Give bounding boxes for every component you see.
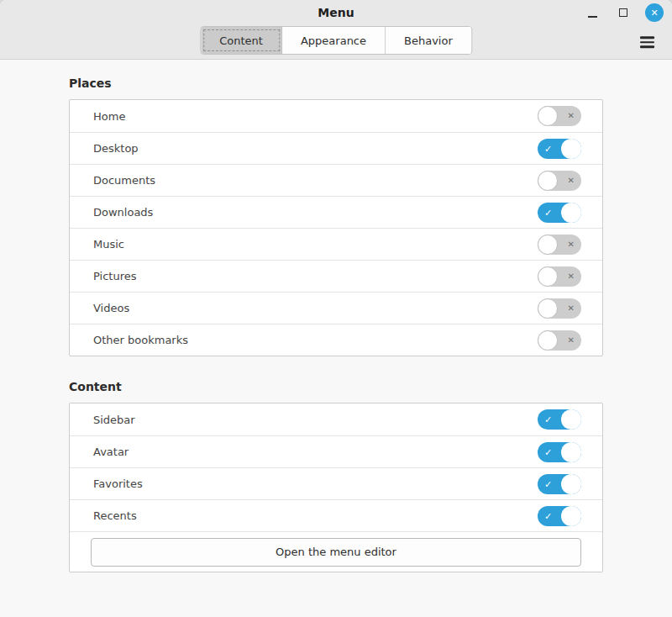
hamburger-icon — [640, 36, 654, 39]
minimize-icon — [588, 16, 597, 18]
section-title-places: Places — [69, 76, 603, 91]
check-icon: ✓ — [544, 208, 552, 217]
list-item-music: Music ✓ ✕ — [70, 228, 602, 260]
main-content: Places Home ✓ ✕ Desktop ✓ ✕ Docume — [0, 76, 672, 572]
toggle-knob — [561, 474, 581, 494]
check-icon: ✓ — [544, 415, 552, 425]
toggle-knob — [538, 106, 558, 126]
toggle-documents[interactable]: ✓ ✕ — [538, 171, 581, 191]
tab-appearance-label: Appearance — [301, 34, 366, 47]
tab-behavior-label: Behavior — [404, 34, 453, 47]
list-item-desktop: Desktop ✓ ✕ — [70, 132, 602, 164]
toggle-sidebar[interactable]: ✓ ✕ — [538, 409, 581, 430]
row-label: Videos — [93, 302, 129, 314]
cross-icon: ✕ — [568, 272, 575, 281]
row-label: Sidebar — [93, 414, 135, 426]
tab-content-label: Content — [219, 34, 263, 47]
row-label: Home — [93, 110, 125, 123]
minimize-button[interactable] — [583, 3, 601, 22]
toggle-knob — [538, 266, 558, 287]
close-button[interactable]: ✕ — [645, 3, 664, 22]
row-label: Music — [93, 238, 124, 250]
toggle-knob — [561, 203, 581, 223]
open-menu-editor-button[interactable]: Open the menu editor — [91, 538, 581, 567]
list-item-documents: Documents ✓ ✕ — [70, 164, 602, 196]
toggle-knob — [561, 442, 581, 462]
list-item-avatar: Avatar ✓ ✕ — [70, 435, 602, 467]
toggle-desktop[interactable]: ✓ ✕ — [538, 139, 581, 159]
cross-icon: ✕ — [568, 336, 575, 345]
section-title-content: Content — [69, 380, 603, 394]
window-controls: ✕ — [583, 0, 664, 25]
cross-icon: ✕ — [568, 177, 575, 185]
cross-icon: ✕ — [568, 240, 575, 249]
row-label: Favorites — [93, 477, 143, 490]
cross-icon: ✕ — [568, 112, 575, 120]
toggle-knob — [538, 171, 558, 191]
tab-row: Content Appearance Behavior — [0, 25, 672, 59]
tab-appearance[interactable]: Appearance — [282, 27, 386, 54]
maximize-button[interactable] — [614, 3, 633, 22]
window-title: Menu — [318, 6, 354, 19]
toggle-avatar[interactable]: ✓ ✕ — [538, 442, 581, 462]
toggle-knob — [538, 298, 558, 319]
maximize-icon — [619, 8, 627, 17]
toggle-favorites[interactable]: ✓ ✕ — [538, 474, 581, 494]
header-bar: Menu ✕ Content Appearance — [0, 0, 672, 60]
list-item-sidebar: Sidebar ✓ ✕ — [70, 403, 602, 435]
toggle-knob — [538, 330, 558, 351]
row-label: Other bookmarks — [93, 334, 188, 346]
check-icon: ✓ — [544, 479, 552, 488]
row-label: Desktop — [93, 142, 139, 155]
row-label: Downloads — [93, 206, 153, 219]
toggle-videos[interactable]: ✓ ✕ — [538, 298, 581, 319]
toggle-recents[interactable]: ✓ ✕ — [538, 506, 581, 526]
check-icon: ✓ — [544, 447, 552, 456]
check-icon: ✓ — [544, 144, 552, 153]
cross-icon: ✕ — [568, 304, 575, 313]
list-item-favorites: Favorites ✓ ✕ — [70, 467, 602, 499]
tab-behavior[interactable]: Behavior — [386, 27, 471, 54]
toggle-knob — [561, 139, 581, 159]
toggle-knob — [561, 506, 581, 526]
toggle-music[interactable]: ✓ ✕ — [538, 235, 581, 255]
list-item-recents: Recents ✓ ✕ — [70, 499, 602, 531]
list-item-videos: Videos ✓ ✕ — [70, 292, 602, 324]
close-icon: ✕ — [650, 8, 658, 18]
toggle-knob — [538, 235, 558, 255]
row-label: Avatar — [93, 446, 129, 458]
titlebar: Menu ✕ — [0, 0, 672, 25]
toggle-pictures[interactable]: ✓ ✕ — [538, 266, 581, 287]
menu-button[interactable] — [637, 33, 658, 51]
toggle-other-bookmarks[interactable]: ✓ ✕ — [538, 330, 581, 351]
row-label: Documents — [93, 174, 155, 187]
footer-row: Open the menu editor — [70, 531, 602, 572]
settings-window: Menu ✕ Content Appearance — [0, 0, 672, 617]
row-label: Recents — [93, 509, 137, 522]
tab-content[interactable]: Content — [201, 27, 282, 54]
list-item-pictures: Pictures ✓ ✕ — [70, 260, 602, 292]
check-icon: ✓ — [544, 511, 552, 520]
places-list: Home ✓ ✕ Desktop ✓ ✕ Documents ✓ — [69, 99, 603, 356]
list-item-other-bookmarks: Other bookmarks ✓ ✕ — [70, 324, 602, 356]
list-item-downloads: Downloads ✓ ✕ — [70, 196, 602, 228]
tab-group: Content Appearance Behavior — [200, 26, 472, 55]
row-label: Pictures — [93, 270, 136, 282]
toggle-downloads[interactable]: ✓ ✕ — [538, 203, 581, 223]
content-list: Sidebar ✓ ✕ Avatar ✓ ✕ Favorites ✓ — [69, 403, 603, 572]
list-item-home: Home ✓ ✕ — [70, 100, 602, 132]
toggle-home[interactable]: ✓ ✕ — [538, 106, 581, 126]
toggle-knob — [561, 409, 581, 430]
